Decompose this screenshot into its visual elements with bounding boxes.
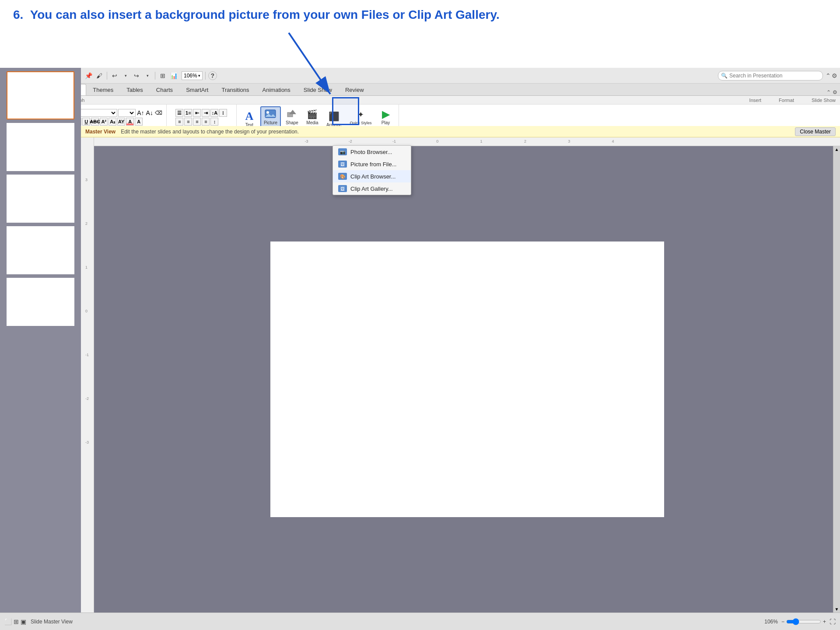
svg-marker-6: [289, 110, 296, 114]
toolbar-area: 🟠 📄 📂 💾 🖨 ✂ 📋 📌 🖌 ↩ ▾ ↪ ▾ ⊞ 📊 106% ▾ ?: [0, 68, 840, 135]
svg-text:1: 1: [480, 139, 483, 144]
text-direction-btn[interactable]: ↕A: [210, 109, 218, 117]
tab-charts[interactable]: Charts: [150, 84, 179, 95]
tab-smartart-label: SmartArt: [186, 87, 208, 93]
zoom-slider-container: − +: [781, 618, 826, 625]
fit-to-window-btn[interactable]: ⛶: [830, 618, 836, 625]
slides-panel: [0, 68, 81, 612]
clip-art-gallery-item[interactable]: 🖼 Clip Art Gallery...: [333, 182, 411, 195]
svg-text:2: 2: [85, 221, 88, 226]
line-spacing-btn[interactable]: ↕: [210, 118, 218, 126]
tab-transitions[interactable]: Transitions: [215, 84, 256, 95]
ribbon-settings-btn[interactable]: ⚙: [833, 89, 837, 95]
master-view-description: Edit the master slides and layouts to ch…: [121, 129, 299, 135]
clip-art-browser-item[interactable]: 🎨 Clip Art Browser...: [333, 170, 411, 182]
char-spacing-btn[interactable]: AY: [117, 118, 125, 126]
photo-browser-item[interactable]: 📷 Photo Browser...: [333, 146, 411, 158]
redo-dropdown-icon[interactable]: ▾: [143, 71, 152, 80]
zoom-slider[interactable]: [786, 618, 821, 625]
font-size-select[interactable]: [118, 109, 136, 117]
ribbon-section-labels: Slides Font Paragraph Insert Format Slid…: [0, 96, 840, 105]
grid-view-icon[interactable]: ⊞: [14, 618, 19, 625]
justify-btn[interactable]: ≡: [202, 118, 210, 126]
zoom-out-btn[interactable]: −: [781, 619, 784, 625]
tab-tables[interactable]: Tables: [120, 84, 150, 95]
status-bar: ⬜ ⊞ ▣ Slide Master View 106% − + ⛶: [0, 612, 840, 630]
picture-from-file-icon: 🖼: [338, 161, 347, 168]
font-color-btn[interactable]: A: [126, 118, 134, 126]
quick-styles-label: Quick Styles: [350, 121, 372, 125]
tab-animations[interactable]: Animations: [256, 84, 297, 95]
superscript-btn[interactable]: A²: [100, 118, 108, 126]
close-master-button[interactable]: Close Master: [795, 127, 836, 136]
media-label: Media: [306, 120, 318, 125]
clear-format-btn[interactable]: ⌫: [154, 109, 163, 116]
tab-themes[interactable]: Themes: [86, 84, 120, 95]
font-increase-btn[interactable]: A↑: [136, 109, 144, 117]
tab-transitions-label: Transitions: [221, 87, 249, 93]
font-decrease-btn[interactable]: A↓: [146, 109, 154, 117]
svg-text:-3: -3: [304, 139, 308, 144]
slide-thumb-4[interactable]: [7, 226, 74, 274]
numbered-list-btn[interactable]: 1≡: [184, 109, 192, 117]
presenter-view-icon[interactable]: ▣: [21, 618, 26, 625]
para-controls: ☰ 1≡ ⇤ ⇥ ↕A ⫶ ≡ ≡ ≡ ≡ ↕: [175, 109, 227, 126]
align-left-btn[interactable]: ≡: [175, 118, 183, 126]
clip-art-browser-icon: 🎨: [338, 173, 347, 180]
zoom-value: 106%: [184, 73, 197, 79]
vertical-scrollbar[interactable]: ▲ ▼: [833, 146, 840, 612]
picture-from-file-item[interactable]: 🖼 Picture from File...: [333, 158, 411, 170]
media-icon: 🎬: [306, 108, 318, 120]
separator-4: [205, 72, 206, 80]
tab-slide-show[interactable]: Slide Show: [297, 84, 339, 95]
scroll-down-arrow[interactable]: ▼: [835, 607, 839, 612]
slide-thumb-1[interactable]: [7, 71, 74, 119]
picture-dropdown-menu: 📷 Photo Browser... 🖼 Picture from File..…: [332, 145, 411, 195]
tab-review[interactable]: Review: [339, 84, 371, 95]
align-center-btn[interactable]: ≡: [184, 118, 192, 126]
slide-thumb-3[interactable]: [7, 175, 74, 223]
align-right-btn[interactable]: ≡: [193, 118, 201, 126]
preferences-icon[interactable]: ⚙: [832, 72, 837, 79]
scroll-up-arrow[interactable]: ▲: [835, 147, 839, 152]
insert-chart-icon[interactable]: 📊: [169, 71, 178, 80]
strikethrough-btn[interactable]: ABC: [91, 118, 99, 126]
canvas-area: ▲ ▼: [94, 146, 840, 612]
horizontal-ruler: 0 -1 -2 -3 1 2 3 4: [94, 137, 840, 146]
search-box[interactable]: 🔍: [718, 71, 823, 80]
slide-thumb-5[interactable]: [7, 278, 74, 326]
collapse-icon[interactable]: ⌃: [826, 72, 831, 79]
zoom-in-btn[interactable]: +: [823, 619, 826, 625]
bullet-list-btn[interactable]: ☰: [175, 109, 183, 117]
svg-text:0: 0: [85, 309, 88, 313]
slide-thumb-2[interactable]: [7, 123, 74, 171]
ribbon-collapse-btn[interactable]: ⌃: [826, 89, 831, 95]
tab-smartart[interactable]: SmartArt: [179, 84, 215, 95]
undo-dropdown-icon[interactable]: ▾: [121, 71, 130, 80]
indent-decrease-btn[interactable]: ⇤: [193, 109, 201, 117]
picture-from-file-label: Picture from File...: [350, 161, 396, 168]
underline-btn[interactable]: U: [82, 118, 90, 126]
svg-text:-2: -2: [85, 396, 89, 401]
paste-icon[interactable]: 📌: [84, 71, 93, 80]
ribbon-tabs: 🏠Home Slide Master Themes Tables Charts …: [0, 84, 840, 96]
clip-art-browser-label: Clip Art Browser...: [350, 173, 396, 180]
subscript-btn[interactable]: A₂: [108, 118, 116, 126]
normal-view-icon[interactable]: ⬜: [4, 618, 12, 625]
indent-increase-btn[interactable]: ⇥: [202, 109, 210, 117]
redo-icon[interactable]: ↪: [132, 71, 141, 80]
svg-text:-3: -3: [85, 440, 89, 444]
zoom-dropdown-icon[interactable]: ▾: [198, 74, 200, 78]
section-format: Format: [779, 98, 794, 103]
zoom-control[interactable]: 106% ▾: [182, 71, 203, 80]
columns-btn[interactable]: ⫶: [219, 109, 227, 117]
undo-icon[interactable]: ↩: [110, 71, 119, 80]
section-insert: Insert: [749, 98, 762, 103]
highlight-btn[interactable]: A: [135, 118, 143, 126]
format-painter-icon[interactable]: 🖌: [94, 71, 104, 80]
instruction-text: 6. You can also insert a background pict…: [0, 0, 840, 26]
svg-text:2: 2: [524, 139, 526, 144]
insert-table-icon[interactable]: ⊞: [158, 71, 168, 80]
help-icon[interactable]: ?: [208, 71, 217, 80]
search-input[interactable]: [729, 73, 817, 79]
